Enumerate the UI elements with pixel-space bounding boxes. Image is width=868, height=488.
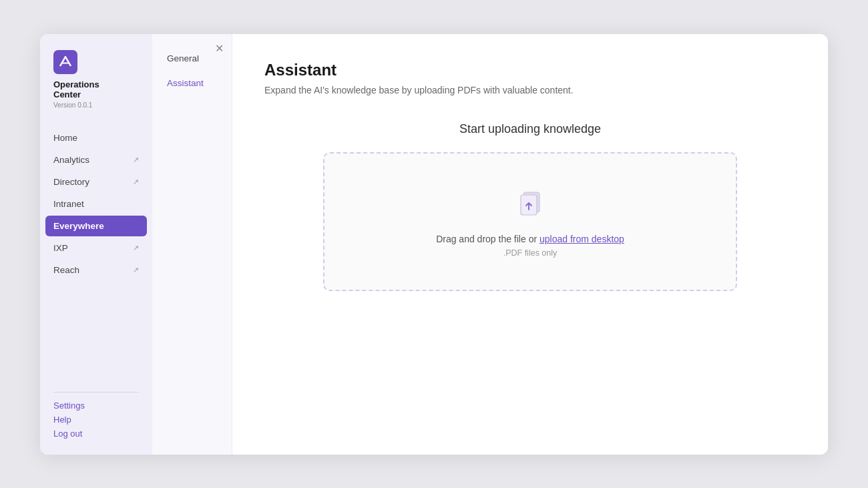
external-link-icon: ↗ [133, 244, 139, 252]
upload-icon [511, 186, 549, 223]
sidebar-item-label-directory: Directory [53, 177, 130, 187]
sidebar-item-label-everywhere: Everywhere [53, 221, 139, 231]
sidebar-footer-help[interactable]: Help [53, 415, 139, 425]
external-link-icon: ↗ [133, 156, 139, 164]
brand-version: Version 0.0.1 [53, 101, 92, 109]
brand-area: OperationsCenter Version 0.0.1 [40, 50, 152, 128]
page-title: Assistant [264, 61, 796, 79]
sidebar-nav: HomeAnalytics↗Directory↗IntranetEverywhe… [40, 128, 152, 384]
sidebar-item-ixp[interactable]: IXP↗ [45, 238, 147, 258]
main-content: Assistant Expand the AI's knowledge base… [232, 34, 828, 455]
upload-section-title: Start uploading knowledge [264, 122, 796, 136]
subnav-item-assistant[interactable]: Assistant [156, 72, 228, 94]
upload-from-desktop-link[interactable]: upload from desktop [539, 234, 624, 244]
sidebar-item-label-analytics: Analytics [53, 155, 130, 165]
sidebar-footer-settings[interactable]: Settings [53, 401, 139, 411]
sidebar-item-label-reach: Reach [53, 265, 130, 275]
external-link-icon: ↗ [133, 178, 139, 186]
sidebar-item-home[interactable]: Home [45, 128, 147, 148]
sidebar-item-intranet[interactable]: Intranet [45, 194, 147, 214]
dropzone[interactable]: Drag and drop the file or upload from de… [323, 152, 737, 291]
sidebar-item-label-ixp: IXP [53, 243, 130, 253]
app-window: OperationsCenter Version 0.0.1 HomeAnaly… [40, 34, 828, 455]
page-subtitle: Expand the AI's knowledge base by upload… [264, 85, 796, 95]
sidebar-footer: SettingsHelpLog out [40, 401, 152, 439]
sidebar-footer-logout[interactable]: Log out [53, 429, 139, 439]
brand-name: OperationsCenter [53, 79, 99, 100]
subnav-panel: ✕ General Assistant [152, 34, 232, 455]
sidebar-item-directory[interactable]: Directory↗ [45, 172, 147, 192]
brand-logo-icon [53, 50, 77, 74]
sidebar-item-reach[interactable]: Reach↗ [45, 260, 147, 280]
dropzone-text: Drag and drop the file or upload from de… [436, 234, 624, 244]
sidebar-item-label-intranet: Intranet [53, 199, 139, 209]
sidebar: OperationsCenter Version 0.0.1 HomeAnaly… [40, 34, 152, 455]
sidebar-divider [53, 392, 139, 393]
subnav-close-button[interactable]: ✕ [215, 43, 224, 54]
sidebar-item-analytics[interactable]: Analytics↗ [45, 150, 147, 170]
sidebar-item-label-home: Home [53, 133, 139, 143]
sidebar-item-everywhere[interactable]: Everywhere [45, 216, 147, 236]
external-link-icon: ↗ [133, 266, 139, 274]
upload-hint: .PDF files only [503, 248, 558, 258]
svg-rect-0 [53, 50, 77, 74]
